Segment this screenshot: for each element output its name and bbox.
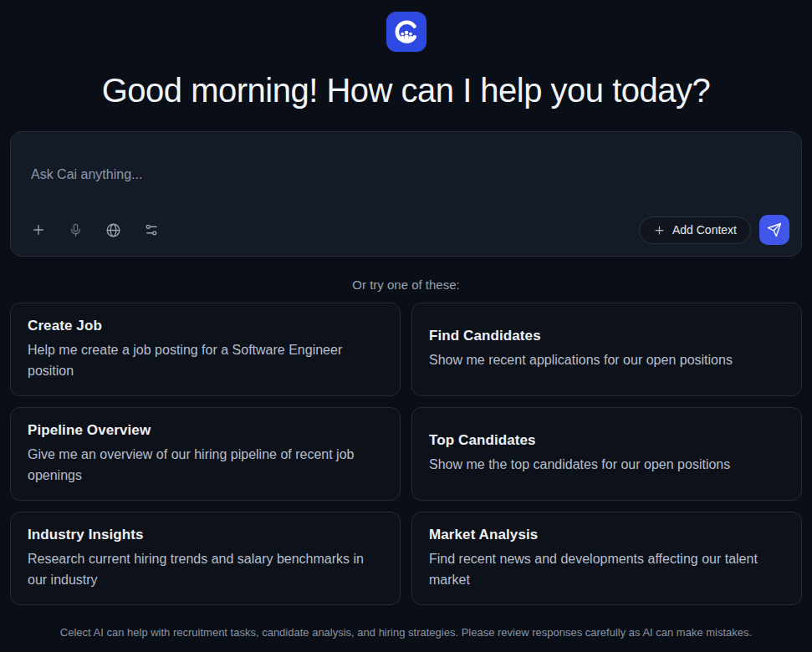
card-description: Help me create a job posting for a Softw… (28, 340, 383, 382)
card-title: Find Candidates (429, 328, 784, 344)
prompt-input[interactable] (31, 147, 781, 209)
card-description: Show me recent applications for our open… (429, 350, 784, 371)
card-description: Find recent news and developments affect… (429, 549, 784, 591)
suggestion-card-industry-insights[interactable]: Industry Insights Research current hirin… (10, 512, 401, 605)
web-search-button[interactable] (105, 222, 121, 238)
suggestion-card-find-candidates[interactable]: Find Candidates Show me recent applicati… (411, 303, 802, 396)
globe-icon (105, 222, 121, 238)
header (0, 12, 812, 52)
card-title: Pipeline Overview (28, 422, 383, 439)
suggestion-card-create-job[interactable]: Create Job Help me create a job posting … (10, 303, 401, 396)
settings-button[interactable] (144, 222, 159, 237)
disclaimer-text: Celect AI can help with recruitment task… (0, 626, 812, 652)
card-description: Show me the top candidates for our open … (429, 455, 784, 476)
card-description: Research current hiring trends and salar… (28, 549, 383, 591)
send-icon (767, 222, 782, 237)
celect-logo (386, 12, 426, 52)
send-button[interactable] (759, 215, 789, 245)
microphone-icon (69, 223, 83, 237)
greeting-heading: Good morning! How can I help you today? (0, 72, 812, 110)
suggestion-card-top-candidates[interactable]: Top Candidates Show me the top candidate… (411, 407, 802, 501)
attach-plus-button[interactable] (31, 222, 46, 237)
plus-icon (31, 222, 46, 237)
suggestion-card-market-analysis[interactable]: Market Analysis Find recent news and dev… (411, 512, 802, 605)
card-title: Top Candidates (429, 432, 784, 449)
sliders-icon (144, 222, 159, 237)
add-context-button[interactable]: Add Context (639, 216, 751, 244)
card-description: Give me an overview of our hiring pipeli… (28, 445, 383, 486)
suggestions-intro: Or try one of these: (0, 278, 812, 292)
card-title: Market Analysis (429, 527, 784, 543)
add-context-label: Add Context (672, 223, 737, 237)
composer-toolbar: Add Context (31, 215, 789, 245)
celect-c-people-icon (393, 18, 420, 45)
suggestion-card-pipeline-overview[interactable]: Pipeline Overview Give me an overview of… (10, 407, 401, 501)
card-title: Industry Insights (28, 527, 383, 543)
card-title: Create Job (28, 318, 383, 334)
plus-icon (653, 224, 666, 237)
suggestion-cards-grid: Create Job Help me create a job posting … (10, 303, 802, 605)
composer[interactable]: Add Context (10, 131, 802, 257)
microphone-button[interactable] (69, 223, 83, 237)
